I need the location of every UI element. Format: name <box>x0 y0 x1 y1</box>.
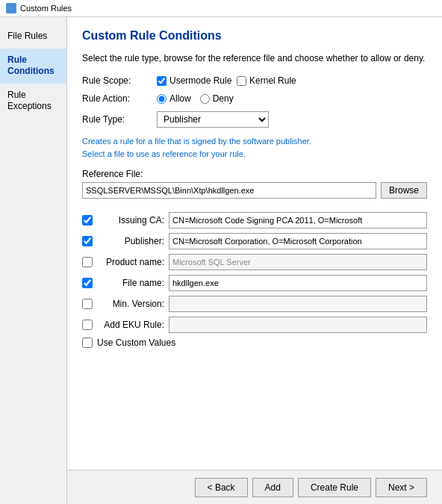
issuing-ca-label: Issuing CA: <box>97 215 164 225</box>
rule-scope-row: Rule Scope: Usermode Rule Kernel Rule <box>82 75 427 86</box>
browse-button[interactable]: Browse <box>381 182 427 199</box>
sidebar-item-rule-exceptions[interactable]: Rule Exceptions <box>0 84 66 119</box>
rule-type-row: Rule Type: Publisher Hash Path <box>82 111 427 128</box>
sidebar-item-file-rules[interactable]: File Rules <box>0 25 66 49</box>
reference-file-section: Reference File: Browse <box>82 169 427 199</box>
use-custom-values-checkbox[interactable] <box>82 337 93 348</box>
hint-line1: Creates a rule for a file that is signed… <box>82 137 311 146</box>
use-custom-values-row: Use Custom Values <box>82 337 427 348</box>
field-row-product-name: Product name: <box>82 254 427 270</box>
allow-radio[interactable]: Allow <box>157 93 191 104</box>
hint-line2: Select a file to use as reference for yo… <box>82 149 246 158</box>
next-button[interactable]: Next > <box>376 478 427 497</box>
publisher-input[interactable] <box>169 233 427 249</box>
field-row-publisher: Publisher: <box>82 233 427 249</box>
usermode-rule-checkbox[interactable]: Usermode Rule <box>157 75 231 86</box>
reference-file-label: Reference File: <box>82 169 427 179</box>
title-bar-text: Custom Rules <box>20 4 72 13</box>
kernel-rule-checkbox[interactable]: Kernel Rule <box>237 75 296 86</box>
rule-action-row: Rule Action: Allow Deny <box>82 93 427 104</box>
fields-section: Issuing CA: Publisher: Product name: Fil… <box>82 212 427 458</box>
deny-radio[interactable]: Deny <box>200 93 234 104</box>
rule-type-select[interactable]: Publisher Hash Path <box>157 111 269 128</box>
min-version-label: Min. Version: <box>97 299 164 309</box>
sidebar-item-rule-conditions[interactable]: Rule Conditions <box>0 49 66 84</box>
use-custom-values-label: Use Custom Values <box>97 337 175 348</box>
rule-scope-label: Rule Scope: <box>82 75 157 86</box>
add-eku-rule-input[interactable] <box>169 317 427 333</box>
kernel-checkbox-input[interactable] <box>237 76 246 86</box>
file-name-input[interactable] <box>169 275 427 291</box>
page-title: Custom Rule Conditions <box>82 29 427 43</box>
min-version-checkbox[interactable] <box>82 299 93 309</box>
rule-type-label: Rule Type: <box>82 114 157 125</box>
rule-action-radio-group: Allow Deny <box>157 93 234 104</box>
title-bar: Custom Rules <box>0 0 442 17</box>
rule-action-label: Rule Action: <box>82 93 157 104</box>
add-button[interactable]: Add <box>252 478 293 497</box>
product-name-checkbox[interactable] <box>82 257 93 267</box>
allow-radio-input[interactable] <box>157 94 166 104</box>
content-area: Custom Rule Conditions Select the rule t… <box>67 17 442 470</box>
file-name-label: File name: <box>97 278 164 288</box>
file-name-checkbox[interactable] <box>82 278 93 288</box>
usermode-checkbox-input[interactable] <box>157 76 166 86</box>
hint-text: Creates a rule for a file that is signed… <box>82 135 427 160</box>
field-row-add-eku-rule: Add EKU Rule: <box>82 317 427 333</box>
publisher-checkbox[interactable] <box>82 236 93 246</box>
add-eku-rule-label: Add EKU Rule: <box>97 320 164 330</box>
field-row-min-version: Min. Version: <box>82 296 427 312</box>
create-rule-button[interactable]: Create Rule <box>298 478 371 497</box>
description-text: Select the rule type, browse for the ref… <box>82 52 427 65</box>
footer: < Back Add Create Rule Next > <box>67 470 442 504</box>
field-row-issuing-ca: Issuing CA: <box>82 212 427 228</box>
add-eku-rule-checkbox[interactable] <box>82 320 93 330</box>
issuing-ca-checkbox[interactable] <box>82 215 93 225</box>
custom-rules-icon <box>6 3 16 13</box>
sidebar: File Rules Rule Conditions Rule Exceptio… <box>0 17 67 504</box>
product-name-input[interactable] <box>169 254 427 270</box>
deny-radio-input[interactable] <box>200 94 210 104</box>
field-row-file-name: File name: <box>82 275 427 291</box>
publisher-label: Publisher: <box>97 236 164 246</box>
product-name-label: Product name: <box>97 257 164 267</box>
main-container: File Rules Rule Conditions Rule Exceptio… <box>0 17 442 504</box>
reference-file-row: Browse <box>82 182 427 199</box>
reference-file-input[interactable] <box>82 182 376 199</box>
issuing-ca-input[interactable] <box>169 212 427 228</box>
back-button[interactable]: < Back <box>195 478 248 497</box>
min-version-input[interactable] <box>169 296 427 312</box>
